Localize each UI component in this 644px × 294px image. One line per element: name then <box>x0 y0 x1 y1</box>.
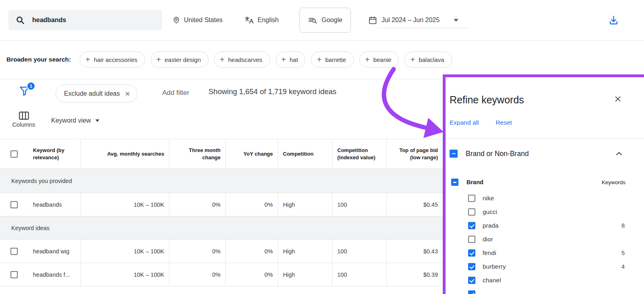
broaden-chip[interactable]: +hair accessories <box>80 51 145 68</box>
item-checkbox[interactable] <box>468 249 475 257</box>
broaden-bar: Broaden your search: +hair accessories +… <box>0 40 644 79</box>
chip-label: easter design <box>165 56 201 63</box>
search-icon <box>16 16 25 25</box>
translate-icon <box>244 16 254 24</box>
item-label[interactable]: fendi <box>483 249 496 257</box>
col-header-avg-monthly-searches[interactable]: Avg. monthly searches <box>80 139 169 169</box>
network-icon <box>308 16 317 25</box>
plus-icon: + <box>317 56 322 64</box>
language-filter[interactable]: English <box>244 0 279 40</box>
item-checkbox[interactable] <box>468 277 475 284</box>
exclude-adult-ideas-chip[interactable]: Exclude adult ideas × <box>56 84 137 103</box>
date-range-label: Jul 2024 – Jun 2025 <box>382 16 440 24</box>
cell-three-month-change: 0% <box>169 193 225 216</box>
brand-item-row: dior <box>446 232 644 246</box>
language-label: English <box>258 16 279 24</box>
broaden-chip[interactable]: +barrette <box>311 51 353 68</box>
item-checkbox[interactable] <box>468 208 475 216</box>
table-row: headbands f... 10K – 100K 0% 0% High 100… <box>0 263 443 286</box>
item-label[interactable]: nike <box>483 195 494 202</box>
cell-competition-indexed: 100 <box>332 240 386 263</box>
results-summary: Showing 1,654 of 1,719 keyword ideas <box>208 87 336 96</box>
location-filter[interactable]: United States <box>172 0 223 40</box>
brand-item-row: burberry 4 <box>446 260 644 273</box>
row-checkbox[interactable] <box>10 271 18 278</box>
item-label[interactable]: dior <box>483 236 493 243</box>
cell-competition: High <box>278 263 332 286</box>
chip-label: beanie <box>373 56 391 63</box>
col-header-competition-indexed[interactable]: Competition (indexed value) <box>332 139 386 169</box>
date-range-filter[interactable]: Jul 2024 – Jun 2025 <box>368 0 458 40</box>
col-header-yoy-change[interactable]: YoY change <box>225 139 278 169</box>
expand-all-link[interactable]: Expand all <box>450 119 479 126</box>
col-header-competition[interactable]: Competition <box>278 139 332 169</box>
exclude-chip-label: Exclude adult ideas <box>64 90 120 97</box>
dropdown-caret-icon[interactable] <box>454 19 458 22</box>
table-header-row: Keyword (by relevance) Avg. monthly sear… <box>0 139 443 169</box>
keyword-view-label: Keyword view <box>51 117 91 124</box>
cell-top-of-page-bid: $0.45 <box>386 193 443 216</box>
panel-close-button[interactable]: × <box>612 93 624 105</box>
brand-group-row: Brand Keywords <box>446 176 644 188</box>
chip-remove-icon[interactable]: × <box>125 89 130 98</box>
collapse-chevron-icon[interactable] <box>614 149 624 158</box>
cell-competition: High <box>278 193 332 216</box>
item-checkbox[interactable] <box>468 290 475 294</box>
plus-icon: + <box>365 56 370 64</box>
broaden-chip[interactable]: +hat <box>276 51 306 68</box>
keyword-search-box[interactable] <box>8 10 162 30</box>
item-label[interactable]: gucci <box>483 208 497 216</box>
brand-item-row: fendi 5 <box>446 246 644 260</box>
broaden-label: Broaden your search: <box>6 56 71 63</box>
keyword-view-selector[interactable]: Keyword view <box>51 117 99 124</box>
keyword-search-input[interactable] <box>31 16 154 24</box>
brand-item-row <box>446 287 644 294</box>
broaden-chip[interactable]: +headscarves <box>214 51 270 68</box>
item-count: 4 <box>621 263 625 270</box>
select-all-checkbox[interactable] <box>10 150 18 158</box>
network-filter[interactable]: Google <box>299 8 351 33</box>
item-label[interactable]: prada <box>483 222 499 229</box>
col-header-top-of-page-bid[interactable]: Top of page bid (low range) <box>386 139 443 169</box>
plus-icon: + <box>410 56 415 64</box>
chip-label: headscarves <box>228 56 262 63</box>
keywords-column-header: Keywords <box>602 179 625 185</box>
add-filter-button[interactable]: Add filter <box>162 89 189 97</box>
cell-top-of-page-bid: $0.39 <box>386 263 443 286</box>
columns-label: Columns <box>10 121 38 128</box>
item-label[interactable]: chanel <box>483 277 501 284</box>
col-header-three-month-change[interactable]: Three month change <box>169 139 225 169</box>
brand-item-row: nike <box>446 191 644 205</box>
keywords-table: Keyword (by relevance) Avg. monthly sear… <box>0 139 443 286</box>
chip-label: barrette <box>325 56 346 63</box>
reset-link[interactable]: Reset <box>495 119 512 126</box>
app-root: United States English Google <box>0 0 644 294</box>
item-checkbox[interactable] <box>468 236 475 243</box>
item-label[interactable]: burberry <box>483 263 506 270</box>
item-checkbox[interactable] <box>468 195 475 202</box>
view-controls: Columns Keyword view <box>0 109 443 139</box>
plus-icon: + <box>156 56 161 64</box>
download-icon <box>608 15 619 26</box>
chip-label: hat <box>289 56 298 63</box>
group-checkbox[interactable] <box>451 179 458 186</box>
panel-divider <box>446 138 644 139</box>
col-header-keyword[interactable]: Keyword (by relevance) <box>28 139 80 169</box>
item-checkbox[interactable] <box>468 263 475 270</box>
columns-button[interactable]: Columns <box>10 111 38 128</box>
broaden-chip[interactable]: +easter design <box>151 51 208 68</box>
download-button[interactable] <box>608 0 619 40</box>
filter-button[interactable]: 1 <box>19 84 31 98</box>
cell-keyword: headband wig <box>28 240 80 263</box>
broaden-chip[interactable]: +balaclava <box>405 51 452 68</box>
topbar: United States English Google <box>0 0 644 41</box>
item-checkbox[interactable] <box>468 222 475 229</box>
section-checkbox[interactable] <box>450 150 458 158</box>
row-checkbox[interactable] <box>10 248 18 255</box>
item-count: 8 <box>621 222 625 229</box>
broaden-chip[interactable]: +beanie <box>359 51 399 68</box>
row-checkbox[interactable] <box>10 201 18 208</box>
close-icon: × <box>614 92 621 105</box>
brand-section-header[interactable]: Brand or Non-Brand <box>446 144 644 163</box>
section-row-keyword-ideas: Keyword ideas <box>0 216 443 240</box>
